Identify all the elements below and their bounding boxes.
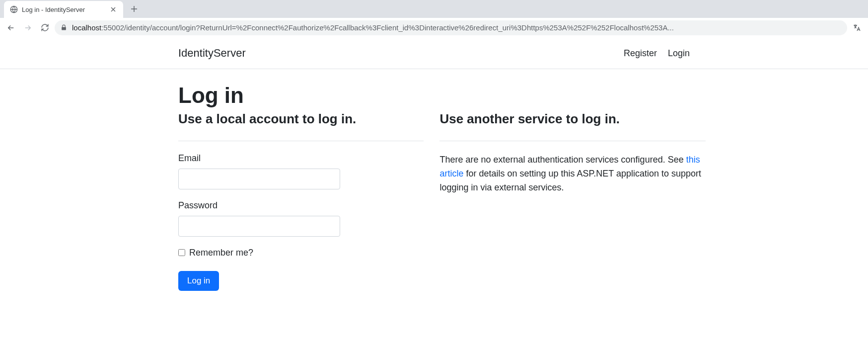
external-login-section: Use another service to log in. There are… (439, 111, 706, 291)
login-button[interactable]: Log in (178, 271, 219, 291)
browser-toolbar: localhost:55002/identity/account/login?R… (0, 18, 868, 38)
lock-icon (61, 24, 67, 31)
browser-tab[interactable]: Log in - IdentityServer (4, 1, 123, 18)
local-heading: Use a local account to log in. (178, 111, 424, 133)
password-label: Password (178, 200, 424, 211)
remember-me-checkbox[interactable] (178, 249, 185, 256)
divider (439, 141, 706, 141)
nav-links: Register Login (624, 48, 690, 59)
external-text-before: There are no external authentication ser… (439, 155, 686, 165)
url-text: localhost:55002/identity/account/login?R… (72, 23, 674, 32)
email-label: Email (178, 153, 424, 164)
external-text-after: for details on setting up this ASP.NET a… (439, 169, 701, 192)
page-title: Log in (178, 83, 690, 108)
page: IdentityServer Register Login Log in Use… (0, 38, 868, 311)
address-bar[interactable]: localhost:55002/identity/account/login?R… (55, 20, 847, 35)
site-navbar: IdentityServer Register Login (0, 38, 868, 69)
nav-login-link[interactable]: Login (668, 48, 690, 59)
close-icon[interactable] (109, 5, 117, 13)
local-login-section: Use a local account to log in. Email Pas… (178, 111, 424, 291)
tab-title: Log in - IdentityServer (22, 6, 105, 13)
brand-link[interactable]: IdentityServer (178, 47, 246, 60)
tab-strip: Log in - IdentityServer (0, 0, 868, 18)
email-field[interactable] (178, 169, 340, 189)
url-path: :55002/identity/account/login?ReturnUrl=… (101, 23, 674, 32)
nav-register-link[interactable]: Register (624, 48, 657, 59)
external-description: There are no external authentication ser… (439, 153, 706, 195)
url-host: localhost (72, 23, 101, 32)
browser-chrome: Log in - IdentityServer localhost:55002/… (0, 0, 868, 38)
back-button[interactable] (4, 21, 18, 35)
remember-me-label: Remember me? (189, 248, 253, 258)
new-tab-button[interactable] (127, 2, 141, 16)
external-heading: Use another service to log in. (439, 111, 706, 133)
divider (178, 141, 424, 141)
globe-icon (10, 5, 18, 13)
password-field[interactable] (178, 216, 340, 237)
forward-button[interactable] (21, 21, 35, 35)
reload-button[interactable] (38, 21, 52, 35)
translate-icon[interactable] (850, 21, 864, 35)
